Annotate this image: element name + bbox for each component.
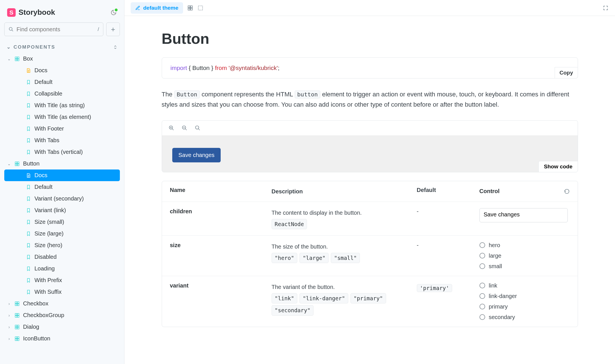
tree-story-item[interactable]: Size (small) bbox=[4, 216, 120, 228]
svg-rect-10 bbox=[17, 162, 19, 164]
svg-rect-26 bbox=[15, 327, 17, 329]
search-input[interactable] bbox=[17, 26, 95, 33]
args-row: variant The variant of the button."link"… bbox=[162, 276, 578, 327]
tree-story-item[interactable]: Default bbox=[4, 76, 120, 88]
svg-rect-19 bbox=[17, 304, 19, 305]
type-tag: "link-danger" bbox=[300, 293, 348, 303]
tree-story-item[interactable]: Default bbox=[4, 181, 120, 193]
search-shortcut: / bbox=[98, 26, 99, 32]
svg-rect-25 bbox=[17, 325, 19, 327]
tree-label: Disabled bbox=[34, 254, 57, 260]
tree-story-item[interactable]: With Title (as element) bbox=[4, 111, 120, 123]
tree-story-item[interactable]: Size (hero) bbox=[4, 239, 120, 251]
search-box[interactable]: / bbox=[4, 22, 103, 36]
tree-label: With Tabs (vertical) bbox=[34, 149, 83, 155]
section-header-components[interactable]: ⌄ COMPONENTS bbox=[4, 40, 120, 53]
notifications-button[interactable] bbox=[110, 9, 117, 16]
col-header-name: Name bbox=[170, 187, 272, 196]
svg-point-44 bbox=[195, 126, 199, 129]
tree-story-item[interactable]: Variant (link) bbox=[4, 204, 120, 216]
svg-rect-36 bbox=[198, 6, 202, 10]
bookmark-icon bbox=[25, 231, 32, 237]
topbar: default theme bbox=[124, 0, 615, 16]
bookmark-icon bbox=[25, 254, 32, 260]
zoom-in-button[interactable] bbox=[168, 125, 175, 131]
radio-option[interactable]: hero bbox=[479, 242, 570, 249]
show-code-button[interactable]: Show code bbox=[538, 161, 578, 172]
arg-description: The variant of the button."link""link-da… bbox=[272, 282, 417, 320]
tree-label: With Title (as string) bbox=[34, 102, 85, 109]
tree-label: With Title (as element) bbox=[34, 114, 91, 120]
inline-code: button bbox=[295, 90, 320, 98]
svg-line-38 bbox=[172, 129, 173, 130]
tree-component-item[interactable]: ›IconButton bbox=[4, 333, 120, 344]
storybook-logo-icon: S bbox=[7, 8, 16, 17]
tree-story-item[interactable]: With Suffix bbox=[4, 286, 120, 298]
tree-story-item[interactable]: Docs bbox=[4, 65, 120, 76]
outline-toggle-button[interactable] bbox=[197, 5, 204, 11]
tree-story-item[interactable]: Loading bbox=[4, 263, 120, 274]
arg-default: 'primary' bbox=[417, 282, 479, 320]
reset-controls-button[interactable] bbox=[564, 189, 570, 194]
tree-story-item[interactable]: Size (large) bbox=[4, 228, 120, 239]
tree-story-item[interactable]: Variant (secondary) bbox=[4, 193, 120, 204]
tree-label: With Tabs bbox=[34, 137, 59, 144]
radio-option[interactable]: large bbox=[479, 253, 570, 259]
topbar-left: default theme bbox=[131, 2, 204, 14]
args-row: children The content to display in the b… bbox=[162, 202, 578, 235]
expand-collapse-icon[interactable] bbox=[113, 45, 118, 49]
tree-component-item[interactable]: ›Checkbox bbox=[4, 298, 120, 309]
tree-label: Variant (link) bbox=[34, 207, 66, 214]
svg-rect-5 bbox=[17, 59, 19, 61]
radio-option[interactable]: link-danger bbox=[479, 293, 570, 299]
arg-default: - bbox=[417, 208, 479, 229]
component-icon bbox=[14, 301, 20, 307]
tree-label: With Prefix bbox=[34, 277, 62, 284]
tree-story-item[interactable]: With Tabs bbox=[4, 135, 120, 146]
svg-rect-20 bbox=[15, 313, 17, 315]
copy-button[interactable]: Copy bbox=[555, 67, 578, 78]
tree-story-item[interactable]: With Tabs (vertical) bbox=[4, 146, 120, 158]
svg-rect-35 bbox=[190, 8, 192, 10]
zoom-reset-button[interactable] bbox=[194, 125, 201, 131]
tree-story-item[interactable]: With Prefix bbox=[4, 274, 120, 286]
tree-label: Docs bbox=[34, 67, 48, 74]
theme-switcher[interactable]: default theme bbox=[131, 2, 183, 14]
tree-label: Size (hero) bbox=[34, 242, 62, 249]
brand[interactable]: S Storybook bbox=[7, 8, 55, 17]
tree-component-item[interactable]: ›Dialog bbox=[4, 321, 120, 333]
type-tag: "hero" bbox=[272, 253, 298, 263]
tree-story-item[interactable]: Disabled bbox=[4, 251, 120, 263]
radio-option[interactable]: secondary bbox=[479, 314, 570, 320]
tree-story-item[interactable]: With Footer bbox=[4, 123, 120, 135]
component-tree: ⌄ Box DocsDefaultCollapsibleWith Title (… bbox=[4, 53, 120, 344]
chevron-down-icon: ⌄ bbox=[7, 57, 11, 61]
arg-name: size bbox=[170, 242, 272, 270]
type-tag: "secondary" bbox=[272, 305, 314, 315]
tree-component-box[interactable]: ⌄ Box bbox=[4, 53, 120, 65]
radio-option[interactable]: link bbox=[479, 282, 570, 289]
fullscreen-button[interactable] bbox=[602, 5, 609, 11]
example-button[interactable]: Save changes bbox=[172, 148, 221, 162]
args-row: size The size of the button."hero""large… bbox=[162, 235, 578, 276]
arg-description: The content to display in the button.Rea… bbox=[272, 208, 417, 229]
tree-story-item[interactable]: Collapsible bbox=[4, 88, 120, 100]
grid-toggle-button[interactable] bbox=[187, 5, 193, 11]
tree-story-item[interactable]: Docs bbox=[4, 169, 120, 181]
tree-component-item[interactable]: ›CheckboxGroup bbox=[4, 309, 120, 321]
radio-option[interactable]: primary bbox=[479, 303, 570, 310]
tree-label: Default bbox=[34, 184, 52, 190]
tree-component-button[interactable]: ⌄ Button bbox=[4, 158, 120, 169]
search-icon bbox=[9, 27, 14, 32]
svg-line-42 bbox=[185, 129, 186, 130]
radio-option[interactable]: small bbox=[479, 263, 570, 270]
inline-code: Button bbox=[174, 90, 200, 98]
control-textarea[interactable]: Save changes bbox=[479, 208, 568, 222]
tree-label: With Footer bbox=[34, 125, 64, 132]
svg-rect-32 bbox=[188, 6, 190, 8]
add-button[interactable]: + bbox=[106, 22, 120, 36]
tree-story-item[interactable]: With Title (as string) bbox=[4, 100, 120, 111]
tree-label: Size (large) bbox=[34, 230, 63, 237]
zoom-out-button[interactable] bbox=[181, 125, 188, 131]
type-tag: "link" bbox=[272, 293, 298, 303]
